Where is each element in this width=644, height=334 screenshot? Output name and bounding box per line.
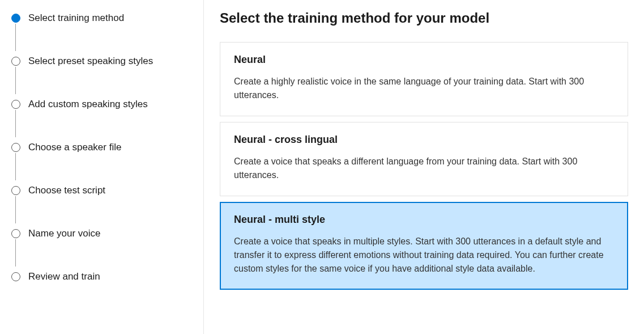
step-select-training-method[interactable]: Select training method [11,12,192,56]
option-title: Neural - multi style [234,214,614,226]
step-list: Select training method Select preset spe… [11,12,192,282]
option-description: Create a voice that speaks a different l… [234,155,614,182]
option-description: Create a highly realistic voice in the s… [234,75,614,102]
step-label: Select preset speaking styles [28,56,153,67]
option-neural[interactable]: Neural Create a highly realistic voice i… [220,42,628,116]
option-title: Neural - cross lingual [234,134,614,146]
option-description: Create a voice that speaks in multiple s… [234,235,614,276]
step-bullet-icon [11,229,20,238]
step-connector [15,67,16,94]
step-select-preset-speaking-styles[interactable]: Select preset speaking styles [11,56,192,99]
step-connector [15,239,16,267]
step-connector [15,196,16,223]
step-label: Name your voice [28,228,101,239]
step-label: Choose test script [28,185,105,196]
step-bullet-active-icon [11,14,20,23]
step-name-your-voice[interactable]: Name your voice [11,228,192,271]
step-bullet-icon [11,100,20,109]
option-neural-multi-style[interactable]: Neural - multi style Create a voice that… [220,202,628,290]
step-connector [15,153,16,180]
page-title: Select the training method for your mode… [220,10,628,26]
step-label: Choose a speaker file [28,142,121,153]
step-bullet-icon [11,272,20,281]
step-add-custom-speaking-styles[interactable]: Add custom speaking styles [11,99,192,142]
step-label: Select training method [28,12,124,24]
step-choose-test-script[interactable]: Choose test script [11,185,192,228]
main-content: Select the training method for your mode… [204,0,644,334]
option-neural-cross-lingual[interactable]: Neural - cross lingual Create a voice th… [220,122,628,196]
step-bullet-icon [11,186,20,195]
step-connector [15,110,16,137]
step-label: Review and train [28,271,100,282]
step-review-and-train[interactable]: Review and train [11,271,192,282]
step-label: Add custom speaking styles [28,99,148,110]
step-connector [15,24,16,51]
step-choose-speaker-file[interactable]: Choose a speaker file [11,142,192,185]
wizard-sidebar: Select training method Select preset spe… [0,0,204,334]
step-bullet-icon [11,57,20,66]
step-bullet-icon [11,143,20,152]
option-title: Neural [234,54,614,66]
